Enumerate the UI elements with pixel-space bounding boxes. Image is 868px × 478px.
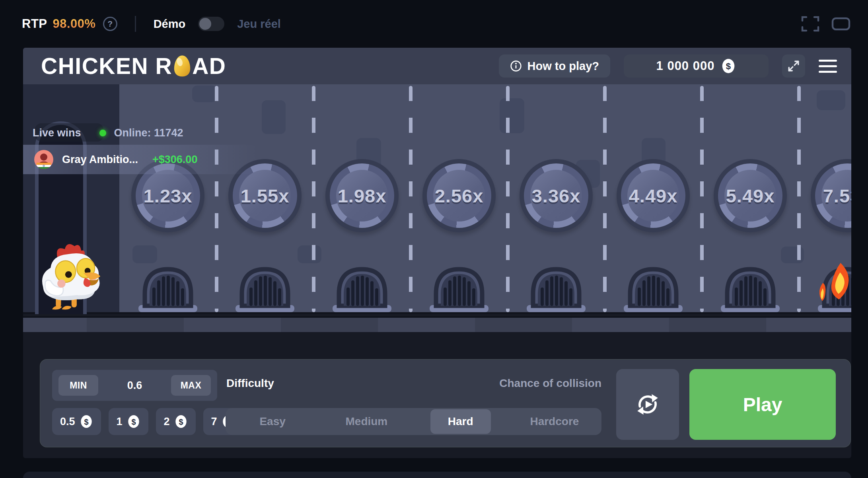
lane-divider-icon — [215, 86, 218, 312]
live-wins-bar: Live wins Online: 11742 — [23, 123, 183, 142]
multiplier-label: 1.98x — [338, 185, 387, 207]
theater-mode-icon[interactable] — [831, 17, 850, 31]
online-dot-icon — [99, 130, 106, 136]
live-win-row: Gray Ambitio... +$306.00 — [23, 145, 270, 174]
quick-bet-chip[interactable]: 2$ — [156, 408, 196, 435]
online-count: Online: 11742 — [114, 127, 183, 139]
winner-amount: +$306.00 — [152, 154, 197, 166]
min-bet-button[interactable]: MIN — [58, 375, 98, 396]
lane-divider-icon — [797, 86, 801, 312]
play-button[interactable]: Play — [689, 369, 836, 440]
svg-text:$: $ — [726, 61, 731, 71]
lane: 1.55x — [216, 84, 313, 312]
chicken-road-game-page: RTP 98.00% ? Démo Jeu réel 1.23x — [0, 0, 868, 478]
dollar-coin-icon: $ — [80, 415, 93, 428]
sewer-grate-icon — [233, 260, 297, 312]
multiplier-label: 2.56x — [435, 185, 484, 207]
logo-text-right: AD — [192, 53, 226, 79]
info-icon — [510, 60, 522, 72]
road: 1.23x 1.55x — [23, 84, 851, 314]
difficulty-option-medium[interactable]: Medium — [319, 408, 413, 435]
lane-divider-icon — [409, 86, 413, 312]
control-panel: 0.6 MIN MAX 0.5$1$2$7$ Difficulty Chance… — [40, 359, 851, 447]
rtp-group: RTP 98.00% ? Démo Jeu réel — [22, 0, 281, 48]
lane-divider-icon — [506, 86, 510, 312]
quick-bet-chips: 0.5$1$2$7$ — [52, 408, 243, 435]
lane: 4.49x — [605, 84, 702, 312]
rtp-value: 98.00% — [53, 17, 96, 31]
curb — [23, 316, 851, 332]
svg-text:$: $ — [131, 418, 136, 426]
rtp-label: RTP — [22, 17, 47, 31]
sewer-grate-icon — [718, 260, 782, 312]
sewer-grate-icon — [136, 260, 200, 312]
help-icon[interactable]: ? — [103, 17, 117, 31]
svg-text:$: $ — [84, 418, 88, 426]
toggle-knob — [199, 18, 211, 30]
multiplier-label: 7.53x — [823, 185, 851, 207]
real-money-label: Jeu réel — [237, 17, 281, 31]
window-controls — [801, 0, 850, 48]
dollar-coin-icon: $ — [127, 415, 140, 428]
next-section-edge — [23, 472, 851, 478]
svg-text:$: $ — [179, 418, 183, 426]
lane-divider-icon — [700, 86, 704, 312]
lane: 2.56x — [411, 84, 508, 312]
expand-button[interactable] — [782, 54, 805, 78]
multiplier-label: 4.49x — [629, 185, 678, 207]
multiplier-token: 4.49x — [617, 159, 690, 232]
multiplier-token: 5.49x — [714, 159, 787, 232]
sewer-grate-icon — [427, 260, 491, 312]
difficulty-option-easy[interactable]: Easy — [226, 408, 319, 435]
lane: 1.23x — [119, 84, 216, 312]
balance-value: 1 000 000 — [656, 59, 715, 73]
live-wins-label: Live wins — [33, 127, 81, 139]
dollar-coin-icon: $ — [721, 58, 736, 74]
multiplier-token: 2.56x — [422, 159, 496, 232]
top-bar: RTP 98.00% ? Démo Jeu réel — [0, 0, 868, 48]
autoplay-icon — [634, 391, 661, 418]
balance-display: 1 000 000 $ — [624, 54, 769, 78]
sewer-grate-icon — [621, 260, 685, 312]
quick-bet-chip[interactable]: 0.5$ — [52, 408, 101, 435]
multiplier-label: 5.49x — [726, 185, 775, 207]
lane-divider-icon — [312, 86, 315, 312]
difficulty-option-label: Hard — [430, 409, 491, 434]
quick-bet-value: 2 — [164, 416, 170, 428]
quick-bet-value: 7 — [211, 416, 217, 428]
difficulty-option-hardcore[interactable]: Hardcore — [508, 408, 601, 435]
divider — [135, 16, 136, 32]
multiplier-label: 1.23x — [144, 185, 193, 207]
multiplier-token: 7.53x — [811, 159, 851, 232]
logo-text-left: CHICKEN R — [41, 53, 172, 79]
difficulty-option-label: Hardcore — [512, 409, 596, 434]
max-bet-button[interactable]: MAX — [171, 375, 211, 396]
bet-amount-box: 0.6 MIN MAX — [52, 370, 217, 401]
lane-divider-icon — [603, 86, 607, 312]
dollar-coin-icon: $ — [174, 415, 188, 428]
multiplier-label: 3.36x — [532, 185, 581, 207]
fullscreen-icon[interactable] — [801, 16, 819, 32]
sewer-grate-icon — [330, 260, 394, 312]
multiplier-token: 1.98x — [325, 159, 399, 232]
autoplay-button[interactable] — [616, 369, 679, 440]
winner-name: Gray Ambitio... — [62, 154, 138, 166]
quick-bet-value: 0.5 — [60, 416, 75, 428]
header-controls: How to play? 1 000 000 $ — [499, 48, 837, 84]
egg-icon — [173, 54, 191, 78]
difficulty-option-label: Easy — [242, 409, 303, 434]
menu-button[interactable] — [819, 54, 837, 78]
quick-bet-chip[interactable]: 1$ — [109, 408, 148, 435]
how-to-play-button[interactable]: How to play? — [499, 54, 610, 78]
demo-real-toggle[interactable] — [198, 17, 224, 31]
lane: 7.53x — [799, 84, 851, 312]
game-header: CHICKEN R AD How to pla — [23, 48, 851, 84]
multiplier-label: 1.55x — [241, 185, 290, 207]
quick-bet-value: 1 — [117, 416, 123, 428]
lane: 1.98x — [313, 84, 411, 312]
demo-label: Démo — [154, 17, 186, 31]
game-logo: CHICKEN R AD — [41, 48, 226, 84]
difficulty-option-hard[interactable]: Hard — [414, 408, 508, 435]
difficulty-option-label: Medium — [328, 409, 405, 434]
lane: 3.36x — [508, 84, 605, 312]
